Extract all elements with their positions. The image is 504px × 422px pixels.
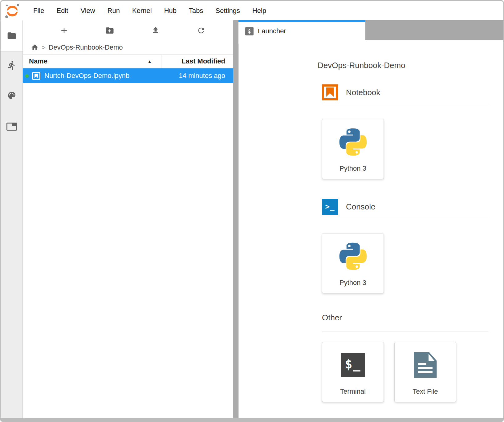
breadcrumb: > DevOps-Runbook-Demo (23, 41, 233, 54)
notebook-file-icon (32, 72, 40, 80)
file-browser-toolbar (23, 20, 233, 41)
upload-icon (151, 26, 160, 35)
launcher-tab-label: Launcher (258, 27, 286, 35)
card-label-python3: Python 3 (339, 164, 366, 179)
menu-bar: File Edit View Run Kernel Hub Tabs Setti… (1, 1, 503, 20)
menu-file[interactable]: File (27, 1, 50, 20)
sidebar-tab-open-tabs[interactable] (1, 123, 22, 131)
file-row-selected[interactable]: Nurtch-DevOps-Demo.ipynb 14 minutes ago (23, 68, 233, 83)
launcher-card-text-file[interactable]: Text File (394, 342, 456, 402)
menu-settings[interactable]: Settings (209, 1, 246, 20)
new-launcher-button[interactable] (58, 24, 70, 37)
sort-ascending-icon[interactable]: ▲ (147, 59, 152, 64)
jupyter-logo-arc (7, 12, 18, 16)
menu-help[interactable]: Help (246, 1, 272, 20)
launcher-card-notebook-python3[interactable]: Python 3 (322, 119, 384, 179)
launcher-body: DevOps-Runbook-Demo Notebook (238, 44, 503, 418)
menu-kernel[interactable]: Kernel (126, 1, 158, 20)
file-browser-panel: > DevOps-Runbook-Demo Name ▲ Last Modifi… (23, 20, 233, 418)
breadcrumb-current-folder[interactable]: DevOps-Runbook-Demo (49, 43, 123, 51)
launcher-card-console-python3[interactable]: Python 3 (322, 233, 384, 293)
jupyter-logo-dot (5, 15, 8, 18)
breadcrumb-home[interactable] (31, 43, 39, 51)
launcher-card-terminal[interactable]: $_ Terminal (322, 342, 384, 402)
kernel-running-dot (25, 74, 29, 78)
running-person-icon (7, 60, 17, 70)
column-header-last-modified[interactable]: Last Modified (161, 55, 233, 68)
card-label-text-file: Text File (413, 388, 438, 402)
terminal-icon: $_ (341, 353, 365, 377)
new-folder-icon (105, 26, 114, 35)
text-file-icon (414, 352, 437, 378)
refresh-icon (197, 26, 205, 35)
open-tabs-icon (6, 123, 17, 131)
launcher-section-console: >_ Console (322, 199, 488, 293)
launcher-section-other: Other $_ Terminal (322, 313, 488, 402)
rocket-icon (245, 27, 254, 35)
section-divider (322, 331, 488, 331)
notebook-section-icon (322, 84, 338, 100)
file-last-modified: 14 minutes ago (179, 72, 233, 80)
menu-tabs[interactable]: Tabs (183, 1, 209, 20)
new-launcher-plus-icon (59, 26, 69, 35)
other-section-label: Other (322, 313, 342, 323)
sidebar-tab-filebrowser[interactable] (1, 20, 22, 51)
left-sidebar (1, 20, 23, 418)
jupyter-logo-dot (17, 4, 19, 6)
launcher-tab[interactable]: Launcher (238, 20, 365, 40)
folder-icon (7, 31, 17, 41)
new-folder-button[interactable] (104, 24, 116, 37)
jupyter-logo (4, 3, 20, 18)
home-icon (31, 43, 39, 51)
menu-run[interactable]: Run (101, 1, 126, 20)
main-area: > DevOps-Runbook-Demo Name ▲ Last Modifi… (1, 20, 503, 418)
python-logo-icon (337, 119, 369, 164)
last-modified-column-label: Last Modified (181, 57, 225, 65)
breadcrumb-separator: > (42, 44, 46, 51)
name-column-label: Name (29, 57, 47, 65)
section-divider (322, 105, 488, 105)
menu-edit[interactable]: Edit (50, 1, 74, 20)
menu-view[interactable]: View (74, 1, 101, 20)
upload-button[interactable] (149, 24, 162, 37)
launcher-dock: Launcher DevOps-Runbook-Demo Notebook (238, 20, 503, 418)
menu-hub[interactable]: Hub (158, 1, 183, 20)
dock-tab-bar: Launcher (238, 20, 503, 40)
panel-splitter[interactable] (233, 20, 238, 418)
palette-icon (7, 91, 17, 100)
file-name: Nurtch-DevOps-Demo.ipynb (44, 72, 179, 80)
launcher-cwd-title: DevOps-Runbook-Demo (318, 61, 488, 70)
file-list-header: Name ▲ Last Modified (23, 54, 233, 68)
refresh-button[interactable] (195, 24, 207, 37)
jupyter-logo-dot (6, 5, 8, 6)
section-divider (322, 219, 488, 219)
column-header-name[interactable]: Name ▲ (23, 55, 161, 68)
sidebar-tab-commands[interactable] (1, 91, 22, 100)
python-logo-icon (337, 233, 369, 279)
sidebar-tab-running-sessions[interactable] (1, 60, 22, 70)
launcher-section-notebook: Notebook Python (322, 84, 488, 179)
console-section-label: Console (346, 202, 375, 212)
card-label-python3: Python 3 (339, 279, 366, 293)
jupyterlab-window: File Edit View Run Kernel Hub Tabs Setti… (0, 0, 504, 422)
card-label-terminal: Terminal (340, 388, 366, 402)
window-frame: File Edit View Run Kernel Hub Tabs Setti… (0, 0, 504, 422)
console-section-icon: >_ (322, 199, 338, 215)
notebook-section-label: Notebook (346, 88, 380, 97)
